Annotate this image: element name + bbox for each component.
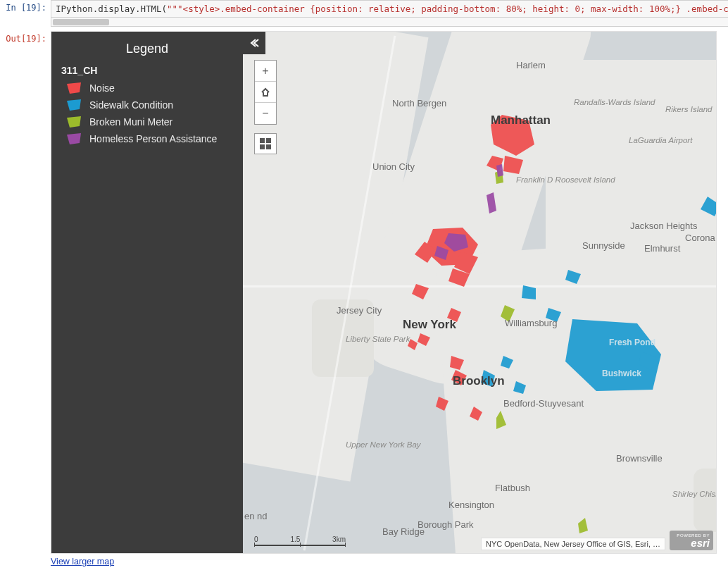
basemap-button[interactable] <box>254 133 277 154</box>
label-brownsville: Brownsville <box>616 453 663 464</box>
legend-label: Homeless Person Assistance <box>89 133 217 144</box>
map-embed[interactable]: Manhattan New York Brooklyn Harlem North… <box>51 31 717 554</box>
map-attribution[interactable]: NYC OpenData, New Jersey Office of GIS, … <box>481 538 665 550</box>
chevron-left-icon <box>249 38 259 48</box>
label-staten: en nd <box>244 511 265 521</box>
legend-label: Sidewalk Condition <box>89 99 173 111</box>
svg-marker-20 <box>513 381 526 394</box>
label-flatbush: Flatbush <box>495 483 530 493</box>
label-elmhurst: Elmhurst <box>644 243 680 254</box>
label-sunnyside: Sunnyside <box>582 240 625 251</box>
grid-icon <box>260 138 271 149</box>
svg-marker-30 <box>487 192 496 213</box>
code-string: """<style>.embed-container {position: re… <box>167 4 728 14</box>
svg-marker-35 <box>67 133 81 144</box>
label-northbergen: North Bergen <box>392 98 434 109</box>
legend-swatch-sidewalk <box>65 99 82 111</box>
label-shirley: Shirley Chisholm State Park <box>672 490 717 498</box>
label-williamsburg: Williamsburg <box>505 318 557 328</box>
zoom-out-button[interactable]: − <box>255 103 276 124</box>
label-harlem: Harlem <box>516 60 546 70</box>
code-fn: IPython.display.HTML( <box>56 4 167 14</box>
label-bushwick: Bushwick <box>602 369 641 378</box>
legend-item-noise: Noise <box>61 82 233 94</box>
svg-marker-26 <box>578 518 588 533</box>
legend-label: Noise <box>89 82 115 94</box>
svg-marker-23 <box>701 197 717 216</box>
legend-title: Legend <box>61 42 233 56</box>
label-unioncity: Union City <box>372 161 415 172</box>
scale-2: 3km <box>332 535 346 543</box>
view-larger-map-link[interactable]: View larger map <box>51 557 114 566</box>
label-corona: Corona <box>685 233 715 243</box>
label-upperny: Upper New York Bay <box>346 440 382 449</box>
input-prompt: In [19]: <box>0 0 51 27</box>
label-brooklyn: Brooklyn <box>453 374 505 388</box>
legend-item-homeless: Homeless Person Assistance <box>61 132 233 145</box>
legend-item-meter: Broken Muni Meter <box>61 116 233 128</box>
svg-marker-21 <box>501 356 513 369</box>
label-bedstuy: Bedford-Stuyvesant <box>503 398 584 409</box>
label-bayridge: Bay Ridge <box>382 526 425 537</box>
data-overlay <box>243 32 717 554</box>
label-laguardia: LaGuardia Airport <box>629 136 681 144</box>
svg-marker-34 <box>67 116 81 128</box>
label-newyork: New York <box>403 318 456 332</box>
output-prompt: Out[19]: <box>0 31 51 567</box>
legend-swatch-meter <box>65 116 82 128</box>
map-canvas[interactable]: Manhattan New York Brooklyn Harlem North… <box>243 32 716 553</box>
collapse-legend-button[interactable] <box>243 32 265 54</box>
label-franklin: Franklin D Roosevelt Island <box>516 175 567 184</box>
label-boroughpark: Borough Park <box>418 519 467 530</box>
zoom-controls: + − <box>254 60 277 125</box>
svg-marker-18 <box>522 285 536 299</box>
label-freshpond: Fresh Pond <box>609 338 655 347</box>
legend-swatch-noise <box>65 82 82 94</box>
label-liberty: Liberty State Park <box>346 335 381 343</box>
label-jackson: Jackson Heights <box>630 221 679 231</box>
label-manhattan: Manhattan <box>491 113 551 128</box>
code-horizontal-scrollbar[interactable]: ▶ <box>51 18 728 27</box>
scale-1: 1.5 <box>290 535 300 543</box>
legend-label: Broken Muni Meter <box>89 116 172 128</box>
svg-marker-11 <box>450 356 464 370</box>
svg-marker-33 <box>67 99 81 111</box>
esri-logo[interactable]: POWERED BY esri <box>670 531 713 550</box>
home-icon <box>261 87 270 97</box>
svg-marker-9 <box>418 333 430 346</box>
legend-item-sidewalk: Sidewalk Condition <box>61 99 233 111</box>
legend-swatch-homeless <box>65 132 82 145</box>
zoom-in-button[interactable]: + <box>255 61 276 82</box>
code-input[interactable]: IPython.display.HTML("""<style>.embed-co… <box>51 0 728 18</box>
svg-marker-32 <box>67 82 81 94</box>
scale-bar: 0 1.5 3km <box>254 535 346 546</box>
legend-layer-name: 311_CH <box>61 65 233 76</box>
svg-marker-1 <box>503 156 523 174</box>
scrollbar-thumb[interactable] <box>53 19 109 25</box>
svg-marker-7 <box>412 284 429 299</box>
svg-marker-22 <box>565 270 581 284</box>
svg-marker-25 <box>496 411 506 429</box>
label-randalls: Randalls-Wards Island <box>574 98 644 106</box>
svg-marker-14 <box>470 407 482 421</box>
esri-brand-text: esri <box>691 538 710 548</box>
label-rikers: Rikers Island <box>665 105 708 113</box>
svg-marker-13 <box>436 397 448 411</box>
home-button[interactable] <box>255 82 276 103</box>
legend-panel: Legend 311_CH Noise Sidewalk Condition B… <box>51 32 243 553</box>
label-jerseycity: Jersey City <box>337 305 382 316</box>
label-kensington: Kensington <box>448 500 494 510</box>
